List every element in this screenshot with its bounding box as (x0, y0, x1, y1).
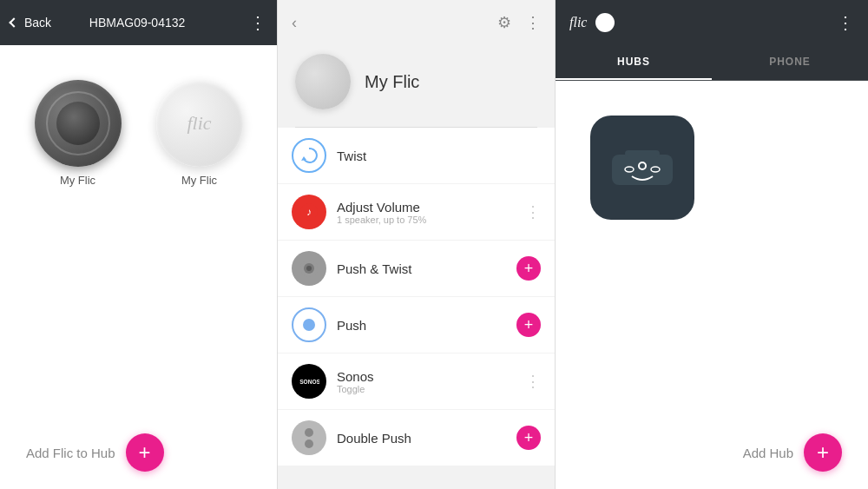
actions-list: Twist ♪ Adjust Volume 1 speaker, up to 7… (278, 128, 555, 489)
tab-phone[interactable]: PHONE (712, 45, 868, 80)
double-push-dots (305, 428, 313, 448)
flic-light-inner-ring: flic (168, 91, 232, 155)
action-row-twist[interactable]: Twist (278, 128, 555, 183)
adjust-label: Adjust Volume (337, 200, 515, 215)
left-footer: Add Flic to Hub + (0, 416, 277, 489)
chevron-left-icon (9, 17, 18, 27)
push-icon (292, 307, 326, 342)
double-push-info: Double Push (337, 431, 506, 446)
middle-dots-icon[interactable]: ⋮ (525, 13, 541, 32)
flic-logo-text: flic (569, 15, 587, 30)
back-chevron-icon[interactable]: ‹ (292, 14, 297, 32)
flic-buttons-area: My Flic flic My Flic (0, 45, 277, 204)
right-header-left: flic (569, 13, 615, 32)
twist-icon (292, 138, 326, 173)
device-id-title: HBMAG09-04132 (25, 16, 249, 30)
right-dots-icon[interactable]: ⋮ (837, 14, 854, 31)
double-dot-1 (305, 428, 313, 437)
panel-left: Back HBMAG09-04132 ⋮ My Flic flic My Fli… (0, 0, 278, 489)
panel-right: flic ⋮ HUBS PHONE (556, 0, 868, 489)
push-twist-svg (299, 259, 319, 278)
flic-light-button[interactable]: flic (156, 80, 243, 167)
my-flic-avatar (295, 54, 351, 109)
sonos-sub: Toggle (337, 384, 515, 394)
left-header: Back HBMAG09-04132 ⋮ (0, 0, 277, 45)
right-header-dot (595, 13, 615, 32)
flic-light-label: My Flic (181, 174, 217, 187)
gear-icon[interactable]: ⚙ (497, 13, 511, 32)
sonos-label: Sonos (337, 369, 515, 384)
adjust-dots-icon[interactable]: ⋮ (525, 202, 541, 221)
twist-svg (300, 147, 318, 164)
flic-dark-button[interactable] (35, 80, 122, 167)
middle-header: ‹ ⚙ ⋮ (278, 0, 555, 45)
add-flic-icon: + (139, 442, 151, 463)
middle-header-icons: ⚙ ⋮ (497, 13, 541, 32)
svg-text:SONOS: SONOS (299, 379, 319, 385)
adjust-sub: 1 speaker, up to 75% (337, 215, 515, 225)
action-row-double-push[interactable]: Double Push + (278, 410, 555, 466)
twist-label: Twist (337, 149, 541, 163)
tabs-bar: HUBS PHONE (556, 45, 868, 81)
right-header: flic ⋮ (556, 0, 868, 45)
header-dots-icon[interactable]: ⋮ (249, 14, 266, 31)
push-label: Push (337, 318, 506, 333)
hubs-content (556, 81, 868, 416)
add-flic-label: Add Flic to Hub (26, 446, 115, 460)
tab-hubs[interactable]: HUBS (556, 45, 712, 80)
flic-dark-inner-dot (56, 102, 100, 145)
push-add-button[interactable]: + (516, 313, 541, 337)
sonos-svg: SONOS (299, 374, 319, 388)
panel-middle: ‹ ⚙ ⋮ My Flic Twist (278, 0, 556, 489)
push-twist-info: Push & Twist (337, 261, 506, 276)
add-hub-button[interactable]: + (804, 433, 842, 472)
sonos-dots-icon[interactable]: ⋮ (525, 372, 541, 391)
adjust-icon: ♪ (292, 195, 326, 229)
push-dot (303, 319, 315, 331)
add-hub-label: Add Hub (743, 446, 793, 460)
add-flic-button[interactable]: + (126, 433, 164, 472)
push-info: Push (337, 318, 506, 333)
flic-dark-inner-ring (46, 91, 110, 155)
flic-dark-item[interactable]: My Flic (35, 80, 122, 187)
my-flic-title: My Flic (365, 72, 419, 92)
push-twist-label: Push & Twist (337, 261, 506, 276)
action-row-push-twist[interactable]: Push & Twist + (278, 241, 555, 296)
flic-dark-label: My Flic (60, 174, 95, 187)
push-twist-icon (292, 251, 326, 286)
double-push-label: Double Push (337, 431, 506, 446)
add-hub-icon: + (817, 442, 829, 463)
adjust-info: Adjust Volume 1 speaker, up to 75% (337, 200, 515, 225)
right-footer: Add Hub + (556, 416, 868, 489)
double-push-add-button[interactable]: + (516, 426, 541, 450)
adjust-svg: ♪ (299, 202, 319, 222)
svg-rect-11 (625, 150, 660, 157)
svg-text:♪: ♪ (306, 206, 312, 218)
double-dot-2 (305, 439, 313, 448)
double-push-icon (292, 420, 326, 455)
hub-device-svg (608, 142, 677, 194)
push-twist-add-button[interactable]: + (516, 256, 541, 281)
action-row-adjust[interactable]: ♪ Adjust Volume 1 speaker, up to 75% ⋮ (278, 184, 555, 240)
twist-info: Twist (337, 149, 541, 163)
sonos-info: Sonos Toggle (337, 369, 515, 394)
svg-point-5 (306, 266, 312, 271)
action-row-push[interactable]: Push + (278, 297, 555, 353)
action-row-sonos[interactable]: SONOS Sonos Toggle ⋮ (278, 354, 555, 409)
sonos-icon: SONOS (292, 364, 326, 399)
flic-light-item[interactable]: flic My Flic (156, 80, 243, 187)
hub-device-icon[interactable] (590, 116, 694, 220)
my-flic-section: My Flic (278, 45, 555, 127)
flic-logo: flic (187, 112, 211, 135)
